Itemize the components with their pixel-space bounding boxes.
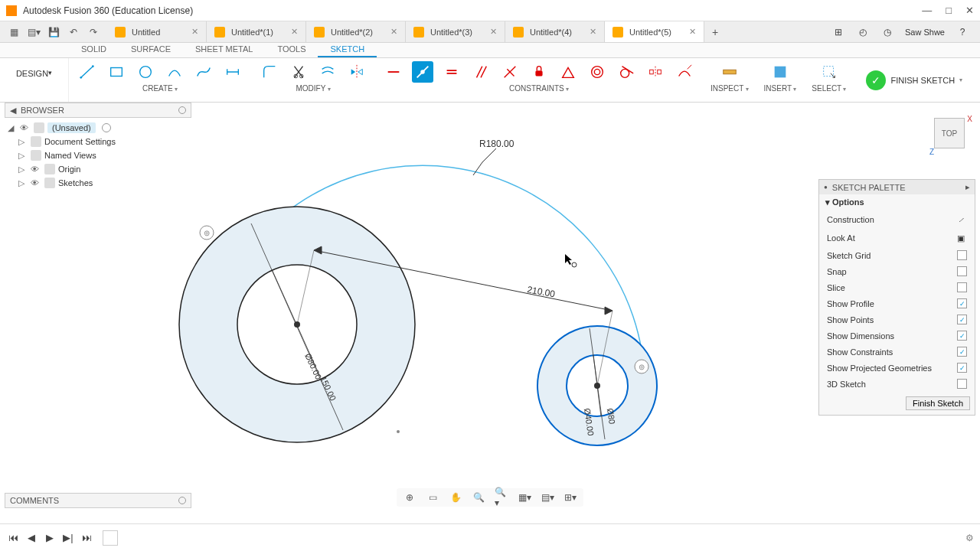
env-tab-surface[interactable]: SURFACE <box>119 43 183 57</box>
parallel-constraint[interactable] <box>470 61 492 83</box>
close-button[interactable]: ✕ <box>965 5 974 16</box>
palette-row-show-points[interactable]: Show Points✓ <box>819 311 975 328</box>
palette-row-show-dimensions[interactable]: Show Dimensions✓ <box>819 328 975 344</box>
notifications-icon[interactable]: ◴ <box>856 25 870 39</box>
checkbox[interactable] <box>957 266 967 276</box>
workspace-selector[interactable]: DESIGN <box>0 58 69 102</box>
maximize-button[interactable]: □ <box>946 5 952 16</box>
curvature-constraint[interactable] <box>674 61 695 83</box>
symmetry-constraint[interactable] <box>645 61 666 83</box>
palette-row-show-profile[interactable]: Show Profile✓ <box>819 295 975 311</box>
redo-button[interactable]: ↷ <box>86 24 101 40</box>
expand-icon[interactable]: ◢ <box>8 123 17 133</box>
concentric-constraint[interactable] <box>586 61 608 83</box>
palette-row-show-projected-geometries[interactable]: Show Projected Geometries✓ <box>819 360 975 376</box>
viewcube-face[interactable]: TOP <box>934 118 965 148</box>
job-status-icon[interactable]: ◷ <box>880 25 894 39</box>
env-tab-sheetmetal[interactable]: SHEET METAL <box>183 43 265 57</box>
modify-label[interactable]: MODIFY <box>296 84 330 93</box>
insert-tool[interactable] <box>769 61 791 83</box>
env-tab-tools[interactable]: TOOLS <box>265 43 318 57</box>
expand-icon[interactable]: ▷ <box>18 137 28 147</box>
tab-close[interactable]: ✕ <box>191 27 198 37</box>
palette-row-slice[interactable]: Slice <box>819 279 975 295</box>
pin-icon[interactable]: ▸ <box>965 182 970 192</box>
viewport-icon[interactable]: ⊞▾ <box>564 491 577 504</box>
extensions-icon[interactable]: ⊞ <box>831 25 845 39</box>
fit-icon[interactable]: 🔍▾ <box>495 491 508 504</box>
env-tab-solid[interactable]: SOLID <box>69 43 119 57</box>
offset-tool[interactable] <box>317 61 338 83</box>
lookat-icon[interactable]: ▣ <box>955 232 967 244</box>
doc-tab-2[interactable]: Untitled*(2)✕ <box>306 21 406 42</box>
save-button[interactable]: 💾 <box>46 24 61 40</box>
insert-label[interactable]: INSERT <box>764 84 797 93</box>
timeline-back[interactable]: ◀ <box>24 531 38 545</box>
mirror-tool[interactable] <box>346 61 368 83</box>
create-label[interactable]: CREATE <box>142 84 178 93</box>
look-at-icon[interactable]: ▭ <box>426 491 439 504</box>
expand-icon[interactable]: ▷ <box>18 178 28 188</box>
comments-bar[interactable]: COMMENTS <box>5 493 191 508</box>
dimension-tool[interactable] <box>222 61 243 83</box>
palette-row-construction[interactable]: Construction⟋ <box>819 210 975 229</box>
undo-button[interactable]: ↶ <box>66 24 81 40</box>
tab-close[interactable]: ✕ <box>689 27 696 37</box>
inspect-label[interactable]: INSPECT <box>710 84 749 93</box>
help-icon[interactable]: ? <box>956 25 969 39</box>
tangent-constraint[interactable] <box>616 61 637 83</box>
horizontal-constraint[interactable] <box>383 61 404 83</box>
equal-constraint[interactable] <box>441 61 462 83</box>
new-tab-button[interactable]: + <box>704 21 726 42</box>
palette-section[interactable]: ▾ Options <box>819 194 975 210</box>
browser-options-icon[interactable] <box>178 106 186 114</box>
arc-tool[interactable] <box>164 61 185 83</box>
palette-row-3d-sketch[interactable]: 3D Sketch <box>819 376 975 392</box>
timeline-feature-sketch[interactable] <box>103 530 118 546</box>
tab-close[interactable]: ✕ <box>390 27 397 37</box>
doc-tab-4[interactable]: Untitled*(4)✕ <box>505 21 605 42</box>
file-menu-button[interactable]: ▤▾ <box>26 24 41 40</box>
tree-item-origin[interactable]: ▷👁Origin <box>5 162 191 176</box>
minimize-button[interactable]: — <box>922 5 932 16</box>
expand-icon[interactable]: ▷ <box>18 165 28 174</box>
palette-row-sketch-grid[interactable]: Sketch Grid <box>819 247 975 263</box>
doc-tab-5[interactable]: Untitled*(5)✕ <box>605 21 704 42</box>
rectangle-tool[interactable] <box>106 61 127 83</box>
checkbox[interactable]: ✓ <box>957 298 967 308</box>
visibility-icon[interactable]: 👁 <box>31 178 41 187</box>
finish-sketch-palette-button[interactable]: Finish Sketch <box>906 396 970 410</box>
activate-radio[interactable] <box>102 123 111 132</box>
line-tool[interactable] <box>77 61 98 83</box>
construction-icon[interactable]: ⟋ <box>955 214 967 226</box>
checkbox[interactable]: ✓ <box>957 347 967 357</box>
grid-settings-icon[interactable]: ▤▾ <box>541 491 554 504</box>
tree-item-sketches[interactable]: ▷👁Sketches <box>5 176 191 190</box>
checkbox[interactable] <box>957 379 967 389</box>
constraints-label[interactable]: CONSTRAINTS <box>509 84 569 93</box>
finish-sketch-button[interactable]: ✓ FINISH SKETCH▾ <box>854 58 975 102</box>
tab-close[interactable]: ✕ <box>590 27 596 37</box>
tree-item-namedviews[interactable]: ▷Named Views <box>5 148 191 162</box>
fix-constraint[interactable] <box>528 61 550 83</box>
timeline-end[interactable]: ⏭ <box>80 531 93 545</box>
browser-header[interactable]: ◀ BROWSER <box>5 103 191 118</box>
timeline-forward[interactable]: ▶| <box>61 531 75 545</box>
tree-item-docsettings[interactable]: ▷Document Settings <box>5 135 191 148</box>
perpendicular-constraint[interactable] <box>499 61 521 83</box>
data-panel-button[interactable]: ▦ <box>6 24 21 40</box>
checkbox[interactable] <box>957 250 967 260</box>
midpoint-constraint[interactable] <box>557 61 579 83</box>
trim-tool[interactable] <box>288 61 309 83</box>
palette-row-snap[interactable]: Snap <box>819 263 975 279</box>
pan-icon[interactable]: ✋ <box>449 491 462 504</box>
palette-row-show-constraints[interactable]: Show Constraints✓ <box>819 344 975 360</box>
checkbox[interactable]: ✓ <box>957 331 967 341</box>
fillet-tool[interactable] <box>259 61 280 83</box>
doc-tab-1[interactable]: Untitled*(1)✕ <box>207 21 306 42</box>
coincident-constraint[interactable] <box>412 61 433 83</box>
select-label[interactable]: SELECT <box>812 84 846 93</box>
env-tab-sketch[interactable]: SKETCH <box>318 43 377 57</box>
doc-tab-3[interactable]: Untitled*(3)✕ <box>406 21 505 42</box>
spline-tool[interactable] <box>193 61 214 83</box>
